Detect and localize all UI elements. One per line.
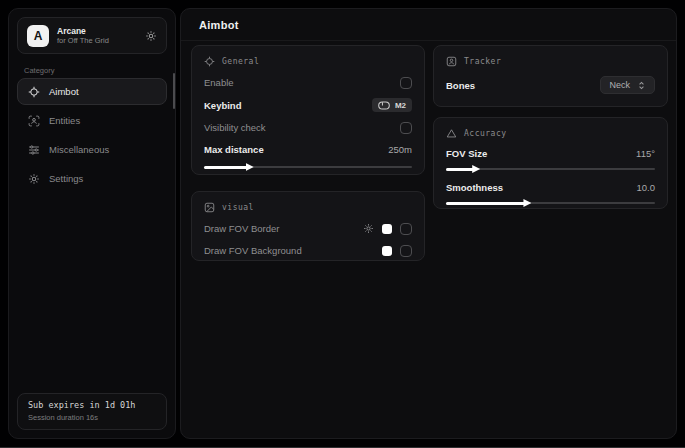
sub-expiry-text: Sub expires in 1d 01h (28, 400, 156, 410)
crosshair-icon (204, 56, 215, 67)
mouse-icon (378, 101, 390, 110)
general-card-header: General (204, 56, 412, 67)
sidebar-item-aimbot[interactable]: Aimbot (17, 78, 167, 105)
draw-fov-background-checkbox[interactable] (400, 245, 412, 257)
sidebar-item-miscellaneous[interactable]: Miscellaneous (17, 136, 167, 163)
category-label: Category (24, 66, 54, 75)
sidebar-item-label: Settings (49, 173, 83, 184)
max-distance-label: Max distance (204, 144, 264, 155)
accuracy-card-header: Accuracy (446, 128, 655, 139)
visual-card-title: visual (222, 203, 254, 212)
entities-scan-icon (28, 115, 40, 127)
tracker-card: Tracker Bones Neck (433, 45, 668, 107)
max-distance-value: 250m (388, 144, 412, 155)
visual-icon (204, 202, 215, 213)
brand-text: Arcane for Off The Grid (57, 26, 137, 46)
brand-title: Arcane (57, 26, 137, 37)
sidebar-item-label: Miscellaneous (49, 144, 109, 155)
fov-border-settings-gear-icon[interactable] (363, 223, 374, 234)
visual-card-header: visual (204, 202, 412, 213)
gear-icon[interactable] (145, 30, 157, 42)
sidebar-item-label: Aimbot (49, 86, 79, 97)
draw-fov-border-row: Draw FOV Border (204, 222, 412, 235)
enable-row: Enable (204, 76, 412, 89)
slider-thumb[interactable] (246, 163, 254, 171)
sidebar-nav: Aimbot Entities (17, 78, 167, 192)
draw-fov-background-label: Draw FOV Background (204, 245, 302, 256)
main-panel: Aimbot General Enable Keybind (180, 8, 677, 439)
tracker-card-title: Tracker (464, 57, 501, 66)
app-window: A Arcane for Off The Grid Category (0, 0, 685, 448)
gear-icon (28, 173, 40, 185)
fov-background-color-swatch[interactable] (382, 246, 392, 256)
draw-fov-border-checkbox[interactable] (400, 223, 412, 235)
visibility-check-row: Visibility check (204, 121, 412, 134)
slider-fill (446, 202, 525, 205)
sidebar-item-label: Entities (49, 115, 80, 126)
accuracy-card: Accuracy FOV Size 115° Smoothness 10.0 (433, 117, 668, 209)
fov-border-color-swatch[interactable] (382, 224, 392, 234)
brand-card: A Arcane for Off The Grid (17, 17, 167, 54)
accuracy-card-title: Accuracy (464, 129, 507, 138)
slider-thumb[interactable] (472, 165, 480, 173)
sidebar-item-entities[interactable]: Entities (17, 107, 167, 134)
sliders-icon (28, 144, 40, 156)
brand-logo: A (27, 25, 49, 47)
bones-select[interactable]: Neck (600, 76, 655, 94)
enable-checkbox[interactable] (400, 77, 412, 89)
draw-fov-background-row: Draw FOV Background (204, 244, 412, 257)
tracker-icon (446, 56, 457, 67)
keybind-button[interactable]: M2 (372, 98, 412, 112)
visual-card: visual Draw FOV Border Draw FOV Back (191, 191, 425, 261)
smoothness-slider[interactable] (446, 199, 655, 207)
session-duration-text: Session duration 16s (28, 413, 156, 422)
fov-size-row: FOV Size 115° (446, 147, 655, 160)
slider-fill (204, 166, 248, 169)
max-distance-row: Max distance 250m (204, 143, 412, 156)
general-card: General Enable Keybind M2 (191, 45, 425, 175)
bones-label: Bones (446, 80, 475, 91)
visibility-check-checkbox[interactable] (400, 122, 412, 134)
smoothness-label: Smoothness (446, 182, 503, 193)
chevrons-up-down-icon (637, 81, 646, 90)
visibility-check-label: Visibility check (204, 122, 266, 133)
slider-thumb[interactable] (523, 199, 531, 207)
sidebar: A Arcane for Off The Grid Category (8, 8, 176, 439)
bones-selected-value: Neck (609, 80, 630, 90)
brand-subtitle: for Off The Grid (57, 36, 137, 45)
keybind-label: Keybind (204, 100, 241, 111)
max-distance-slider[interactable] (204, 163, 412, 171)
tracker-card-header: Tracker (446, 56, 655, 67)
bones-row: Bones Neck (446, 76, 655, 94)
sidebar-item-settings[interactable]: Settings (17, 165, 167, 192)
accuracy-triangle-icon (446, 128, 457, 139)
smoothness-row: Smoothness 10.0 (446, 181, 655, 194)
smoothness-value: 10.0 (637, 182, 656, 193)
fov-size-slider[interactable] (446, 165, 655, 173)
general-card-title: General (222, 57, 259, 66)
fov-size-label: FOV Size (446, 148, 487, 159)
keybind-value: M2 (395, 101, 406, 110)
page-title: Aimbot (199, 19, 239, 31)
keybind-row: Keybind M2 (204, 98, 412, 112)
draw-fov-border-label: Draw FOV Border (204, 223, 280, 234)
main-header: Aimbot (181, 9, 676, 41)
sidebar-scrollbar[interactable] (173, 73, 175, 109)
enable-label: Enable (204, 77, 234, 88)
crosshair-icon (28, 86, 40, 98)
subscription-card: Sub expires in 1d 01h Session duration 1… (17, 393, 167, 430)
fov-size-value: 115° (636, 148, 655, 159)
slider-fill (446, 168, 474, 171)
